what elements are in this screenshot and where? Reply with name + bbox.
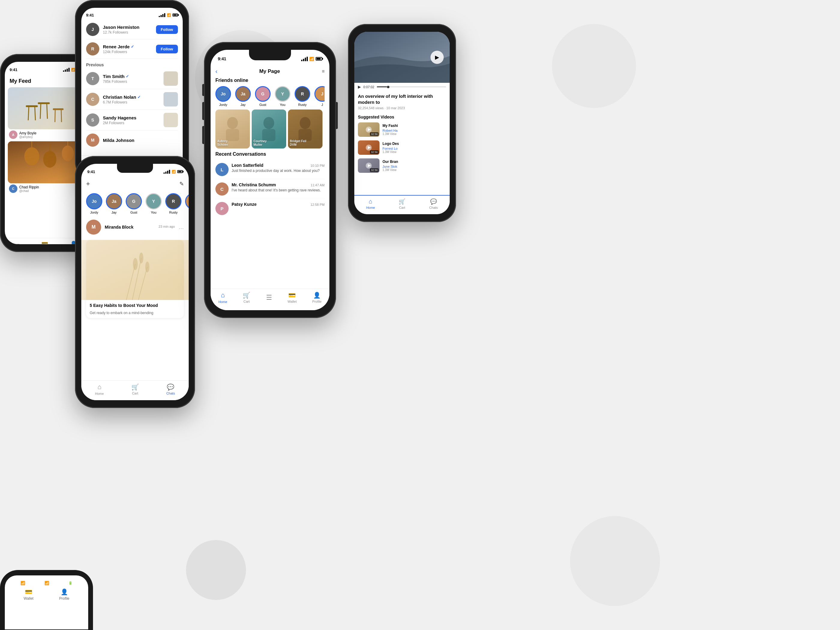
svg-rect-7 (53, 108, 63, 110)
p5-nav-chats[interactable]: 💬 Chats (429, 198, 438, 209)
sug-item-1[interactable]: 32:56 My Fashi Robert Ha 1.3M View (354, 121, 450, 139)
story-name-jay: Jay (111, 211, 117, 214)
christina-time: 11:47 AM (311, 183, 325, 187)
follow-renee[interactable]: R Renee Jerde ✓ 124k Followers Follow (86, 39, 178, 59)
p5-nav-cart[interactable]: 🛒 Cart (399, 198, 405, 209)
friend-j[interactable]: J J (314, 86, 325, 106)
jason-name: Jason Hermiston (103, 25, 152, 30)
friend-name-gust: Gust (259, 103, 266, 106)
svg-point-22 (139, 253, 144, 264)
chat-miranda[interactable]: M Miranda Block 23 min ago … (81, 216, 189, 238)
sug-item-2[interactable]: 32:56 Logo Des Forrest Lo 1.3M View (354, 139, 450, 156)
p5-nav-home[interactable]: ⌂ Home (366, 198, 375, 209)
p4-nav-feed[interactable]: ☰ (266, 294, 272, 302)
p3-time: 9:41 (87, 169, 95, 174)
p4-nav-wallet[interactable]: 💳 Wallet (288, 292, 297, 303)
friend-jordy[interactable]: Jo Jordy (215, 86, 231, 106)
follow-milda[interactable]: M Milda Johnson (86, 131, 178, 150)
svg-point-21 (133, 258, 138, 270)
story-label-aubrey: AubreySchoen (217, 139, 248, 147)
sug-author-3: June Stok (382, 165, 446, 168)
follow-christian[interactable]: C Christian Nolan ✓ 6.7M Followers (86, 89, 178, 110)
p4-wallet-label: Wallet (288, 300, 297, 303)
svg-rect-29 (262, 129, 275, 141)
suggested-title: Suggested Videos (354, 112, 450, 121)
svg-point-11 (24, 147, 39, 165)
sug-author-2: Forrest Lo (382, 147, 446, 150)
follow-renee-btn[interactable]: Follow (156, 45, 178, 54)
play-btn[interactable]: ▶ (431, 51, 444, 64)
story-rusty[interactable]: R Rusty (165, 193, 182, 214)
nav-wallet[interactable]: 💳 Wallet (41, 241, 49, 244)
phone-chats: 9:41 📶 + ✎ Jo Jordy Ja (75, 156, 195, 408)
p5-cart-label: Cart (399, 206, 405, 209)
video-title: An overview of my loft interior with mod… (358, 93, 446, 105)
story-aubrey[interactable]: AubreySchoen (215, 109, 250, 148)
friend-gust[interactable]: G Gust (255, 86, 271, 106)
convo-leon[interactable]: L Leon Satterfield 10:10 PM Just finishe… (215, 160, 325, 179)
post-title-habits: 5 Easy Habits to Boost Your Mood (86, 300, 184, 311)
plus-icon[interactable]: + (86, 180, 90, 188)
p3-nav-cart[interactable]: 🛒 Cart (131, 384, 139, 395)
story-name-you: You (151, 211, 156, 214)
p4-nav-cart[interactable]: 🛒 Cart (243, 292, 250, 303)
story-jay[interactable]: Ja Jay (106, 193, 122, 214)
sliders-icon[interactable]: ≡ (322, 69, 325, 74)
author-handle-2: @chad (19, 189, 39, 193)
p3-home-label: Home (95, 392, 104, 395)
follow-jason-btn[interactable]: Follow (156, 25, 178, 34)
video-thumbnail[interactable]: ▶ (354, 32, 450, 83)
wallet-icon: 💳 (41, 241, 48, 244)
friend-you[interactable]: Y You (275, 86, 291, 106)
follow-tim[interactable]: T Tim Smith ✓ 785k Followers (86, 68, 178, 89)
story-label-courtney: CourtneyMuller (254, 139, 284, 147)
sug-item-3[interactable]: 32:56 Our Bran June Stok 1.3M View (354, 156, 450, 175)
pencil-icon[interactable]: ✎ (179, 181, 184, 187)
p3-chats-label: Chats (166, 392, 175, 395)
svg-point-31 (300, 117, 311, 129)
friend-rusty[interactable]: R Rusty (295, 86, 310, 106)
play-icon-sm[interactable]: ▶ (358, 85, 361, 89)
bl-wallet-icon: 💳 (25, 588, 32, 595)
story-jordy[interactable]: Jo Jordy (86, 193, 102, 214)
p5-home-label: Home (366, 206, 375, 209)
phone-video: ▶ ▶ 0:07:02 An overview of my loft inter… (348, 24, 456, 222)
p4-nav-profile[interactable]: 👤 Profile (312, 292, 322, 303)
post-excerpt-habits: Get ready to embark on a mind-bending (86, 311, 184, 318)
story-gust[interactable]: G Gust (126, 193, 142, 214)
p3-nav-home[interactable]: ⌂ Home (95, 383, 104, 395)
author-handle-1: @amyboy (19, 135, 36, 139)
story-bridget[interactable]: Bridget FeilDVM (288, 109, 322, 148)
more-btn[interactable]: … (178, 224, 184, 231)
christian-verified: ✓ (137, 95, 141, 99)
feed-post-stools[interactable]: A Amy Boyle @amyboy (8, 87, 85, 139)
follow-sandy[interactable]: S Sandy Hagenes 2M Followers (86, 110, 178, 131)
p4-nav-home[interactable]: ⌂ Home (218, 291, 227, 303)
story-j[interactable]: J J (185, 193, 189, 214)
p3-nav-chats[interactable]: 💬 Chats (166, 384, 175, 395)
bg-circle-4 (570, 516, 660, 606)
jason-count: 12.7k Followers (103, 30, 152, 35)
bl-nav-wallet[interactable]: 💳 Wallet (24, 588, 33, 601)
story-you[interactable]: Y You (145, 193, 162, 214)
nav-feed[interactable]: ☰ (15, 243, 20, 244)
phone-bottom-left: 📶 📶 🔋 💳 Wallet 👤 Profile (0, 570, 93, 630)
friend-name-jay: Jay (240, 103, 245, 106)
bl-nav-profile[interactable]: 👤 Profile (59, 588, 69, 601)
post-card-habits[interactable]: 5 Easy Habits to Boost Your Mood Get rea… (86, 240, 184, 318)
progress-bar[interactable] (377, 87, 446, 87)
convo-patsy[interactable]: P Patsy Kunze 12:58 PM (215, 199, 325, 218)
convo-christina[interactable]: C Mr. Christina Schumm 11:47 AM I've hea… (215, 179, 325, 199)
patsy-time: 12:58 PM (311, 203, 325, 207)
feed-post-lamps[interactable]: C Chad Rippin @chad (8, 141, 85, 193)
p4-profile-icon: 👤 (313, 292, 321, 299)
svg-line-2 (28, 107, 29, 120)
sug-title-2: Logo Des (382, 142, 446, 147)
leon-name: Leon Satterfield (232, 163, 264, 168)
back-btn[interactable]: ‹ (215, 68, 218, 75)
story-courtney[interactable]: CourtneyMuller (252, 109, 286, 148)
sug-title-3: Our Bran (382, 159, 446, 164)
follow-jason[interactable]: J Jason Hermiston 12.7k Followers Follow (86, 20, 178, 39)
leon-time: 10:10 PM (311, 164, 325, 167)
friend-jay[interactable]: Ja Jay (235, 86, 251, 106)
